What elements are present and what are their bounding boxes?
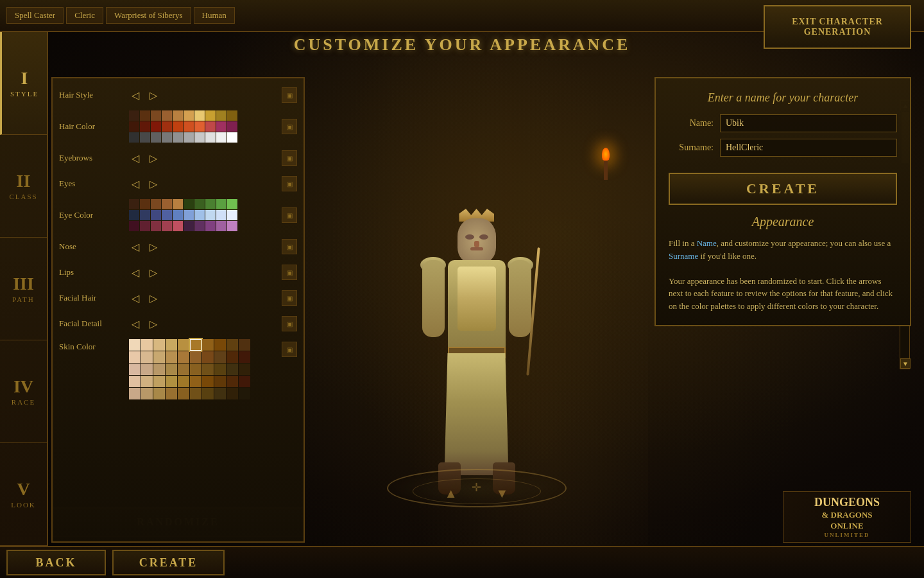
skin-color-swatch[interactable]	[166, 388, 177, 399]
name-input[interactable]	[720, 114, 897, 132]
skin-color-swatch[interactable]	[190, 376, 201, 387]
nav-item-style[interactable]: I STYLE	[0, 32, 47, 135]
skin-color-swatch[interactable]	[153, 363, 165, 375]
skin-color-swatch[interactable]	[239, 376, 250, 387]
eye-color-swatch[interactable]	[184, 221, 194, 231]
eye-color-swatch[interactable]	[205, 199, 216, 209]
nose-next-button[interactable]	[144, 238, 162, 256]
eye-color-swatch[interactable]	[151, 199, 161, 209]
skin-color-swatch[interactable]	[178, 339, 189, 351]
surname-input[interactable]	[720, 139, 897, 157]
hair-color-swatch[interactable]	[194, 121, 205, 132]
hair-color-swatch[interactable]	[205, 132, 216, 143]
eye-color-swatch[interactable]	[173, 210, 183, 220]
skin-color-swatch[interactable]	[141, 351, 153, 363]
skin-color-swatch[interactable]	[227, 376, 238, 387]
hair-color-swatch[interactable]	[216, 110, 227, 121]
hair-color-swatch[interactable]	[173, 110, 183, 121]
facial-detail-icon[interactable]: ▣	[282, 316, 297, 331]
lips-icon[interactable]: ▣	[282, 265, 297, 280]
skin-color-icon[interactable]: ▣	[282, 342, 297, 357]
hair-color-swatch[interactable]	[151, 110, 161, 121]
eyes-prev-button[interactable]	[126, 175, 144, 193]
lips-next-button[interactable]	[144, 263, 162, 281]
facial-hair-icon[interactable]: ▣	[282, 290, 297, 306]
hair-color-swatch[interactable]	[184, 121, 194, 132]
eyebrows-icon[interactable]: ▣	[282, 150, 297, 166]
skin-color-swatch[interactable]	[141, 363, 153, 375]
breadcrumb-spellcaster[interactable]: Spell Caster	[6, 7, 64, 24]
eyes-icon[interactable]: ▣	[282, 176, 297, 191]
skin-color-swatch[interactable]	[166, 376, 177, 387]
hair-color-swatch[interactable]	[173, 121, 183, 132]
hair-color-swatch[interactable]	[227, 132, 237, 143]
facial-hair-prev-button[interactable]	[126, 289, 144, 307]
eye-color-swatch[interactable]	[216, 199, 227, 209]
eyebrows-next-button[interactable]	[144, 149, 162, 167]
hair-color-swatch[interactable]	[194, 132, 205, 143]
skin-color-swatch[interactable]	[202, 363, 214, 375]
eye-color-swatch[interactable]	[227, 210, 237, 220]
hair-color-swatch[interactable]	[205, 121, 216, 132]
hair-color-swatch[interactable]	[162, 110, 172, 121]
eye-color-swatch[interactable]	[194, 210, 205, 220]
skin-color-swatch[interactable]	[227, 363, 238, 375]
hair-color-swatch[interactable]	[184, 132, 194, 143]
skin-color-swatch[interactable]	[178, 351, 189, 363]
nav-item-race[interactable]: IV RACE	[0, 340, 47, 443]
skin-color-swatch[interactable]	[190, 339, 201, 351]
eye-color-swatch[interactable]	[205, 210, 216, 220]
skin-color-swatch[interactable]	[153, 351, 165, 363]
nav-item-class[interactable]: II CLASS	[0, 135, 47, 238]
hair-color-swatch[interactable]	[129, 121, 139, 132]
skin-color-swatch[interactable]	[190, 363, 201, 375]
facial-detail-next-button[interactable]	[144, 315, 162, 333]
eye-color-swatch[interactable]	[140, 221, 150, 231]
nose-prev-button[interactable]	[126, 238, 144, 256]
eye-color-swatch[interactable]	[227, 221, 237, 231]
hair-style-prev-button[interactable]	[126, 86, 144, 104]
exit-character-generation-button[interactable]: EXIT CHARACTER GENERATION	[764, 5, 911, 49]
hair-color-swatch[interactable]	[216, 132, 227, 143]
skin-color-swatch[interactable]	[141, 376, 153, 387]
hair-color-swatch[interactable]	[227, 121, 237, 132]
hair-color-swatch[interactable]	[173, 132, 183, 143]
create-bottom-button[interactable]: CREATE	[112, 550, 225, 575]
skin-color-swatch[interactable]	[239, 363, 250, 375]
skin-color-swatch[interactable]	[129, 388, 141, 399]
hair-color-swatch[interactable]	[151, 121, 161, 132]
skin-color-swatch[interactable]	[239, 351, 250, 363]
nav-item-path[interactable]: III PATH	[0, 238, 47, 340]
hair-color-swatch[interactable]	[227, 110, 237, 121]
skin-color-palette[interactable]	[129, 339, 277, 399]
nose-icon[interactable]: ▣	[282, 239, 297, 254]
skin-color-swatch[interactable]	[190, 388, 201, 399]
skin-color-swatch[interactable]	[214, 339, 226, 351]
skin-color-swatch[interactable]	[166, 339, 177, 351]
skin-color-swatch[interactable]	[214, 363, 226, 375]
skin-color-swatch[interactable]	[166, 351, 177, 363]
eye-color-swatch[interactable]	[151, 210, 161, 220]
eye-color-swatch[interactable]	[184, 210, 194, 220]
eyes-next-button[interactable]	[144, 175, 162, 193]
skin-color-swatch[interactable]	[178, 376, 189, 387]
skin-color-swatch[interactable]	[141, 388, 153, 399]
skin-color-swatch[interactable]	[178, 388, 189, 399]
hair-style-icon[interactable]: ▣	[282, 87, 297, 103]
eye-color-swatch[interactable]	[140, 199, 150, 209]
skin-color-swatch[interactable]	[214, 388, 226, 399]
hair-color-icon[interactable]: ▣	[282, 119, 297, 134]
eye-color-swatch[interactable]	[140, 210, 150, 220]
eye-color-swatch[interactable]	[129, 221, 139, 231]
hair-color-swatch[interactable]	[184, 110, 194, 121]
eye-color-swatch[interactable]	[173, 199, 183, 209]
eye-color-icon[interactable]: ▣	[282, 207, 297, 223]
lips-prev-button[interactable]	[126, 263, 144, 281]
eyebrows-prev-button[interactable]	[126, 149, 144, 167]
skin-color-swatch[interactable]	[227, 388, 238, 399]
nav-item-look[interactable]: V LOOK	[0, 443, 47, 546]
skin-color-swatch[interactable]	[227, 339, 238, 351]
skin-color-swatch[interactable]	[129, 339, 141, 351]
hair-color-palette[interactable]	[129, 110, 237, 143]
hair-color-swatch[interactable]	[162, 132, 172, 143]
